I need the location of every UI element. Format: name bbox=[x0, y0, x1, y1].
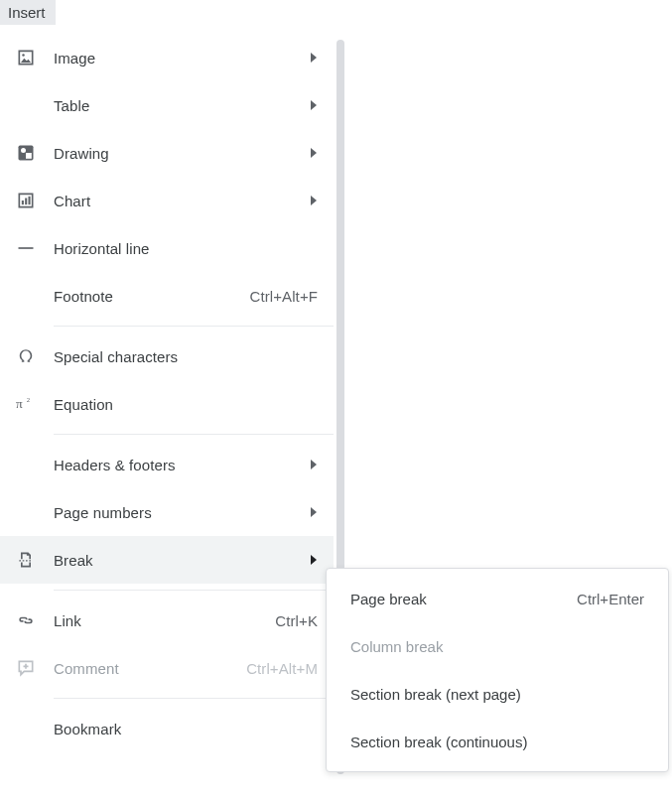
submenu-arrow-icon bbox=[306, 555, 318, 565]
bookmark-icon bbox=[16, 719, 36, 738]
insert-menu-tab[interactable]: Insert bbox=[0, 0, 56, 25]
svg-rect-7 bbox=[19, 247, 34, 249]
equation-icon: π2 bbox=[16, 394, 36, 414]
drawing-icon bbox=[16, 143, 36, 163]
svg-point-2 bbox=[21, 148, 26, 153]
svg-point-0 bbox=[22, 54, 25, 57]
image-icon bbox=[16, 48, 36, 67]
submenu-arrow-icon bbox=[306, 148, 318, 158]
menu-shortcut: Ctrl+K bbox=[275, 612, 318, 629]
menu-label: Drawing bbox=[54, 145, 296, 162]
menu-label: Image bbox=[54, 50, 296, 67]
submenu-arrow-icon bbox=[306, 100, 318, 110]
menu-item-horizontal-line[interactable]: Horizontal line bbox=[0, 224, 334, 272]
menu-item-bookmark[interactable]: Bookmark bbox=[0, 705, 334, 752]
svg-rect-3 bbox=[26, 153, 32, 159]
menu-label: Footnote bbox=[54, 288, 249, 305]
headers-footers-icon bbox=[16, 455, 36, 474]
footnote-icon bbox=[16, 286, 36, 306]
menu-item-special-characters[interactable]: Special characters bbox=[0, 333, 334, 380]
menu-label: Special characters bbox=[54, 348, 318, 365]
menu-item-image[interactable]: Image bbox=[0, 34, 334, 81]
link-icon bbox=[16, 610, 36, 630]
table-icon bbox=[16, 95, 36, 115]
menu-label: Chart bbox=[54, 193, 296, 209]
submenu-arrow-icon bbox=[306, 507, 318, 517]
submenu-arrow-icon bbox=[306, 460, 318, 469]
submenu-item-page-break[interactable]: Page break Ctrl+Enter bbox=[327, 575, 668, 622]
menu-shortcut: Ctrl+Alt+M bbox=[246, 660, 318, 677]
menu-label: Break bbox=[54, 552, 296, 569]
omega-icon bbox=[16, 346, 36, 366]
submenu-arrow-icon bbox=[306, 196, 318, 205]
menu-item-break[interactable]: Break bbox=[0, 536, 334, 584]
svg-text:π: π bbox=[16, 396, 23, 411]
chart-icon bbox=[16, 191, 36, 210]
svg-rect-5 bbox=[25, 199, 27, 205]
svg-text:2: 2 bbox=[27, 396, 30, 403]
insert-dropdown: Image Table Drawing Chart Horizo bbox=[0, 28, 334, 758]
menu-item-page-numbers[interactable]: Page numbers bbox=[0, 488, 334, 536]
menu-shortcut: Ctrl+Alt+F bbox=[249, 288, 318, 305]
submenu-item-section-continuous[interactable]: Section break (continuous) bbox=[327, 718, 668, 765]
horizontal-line-icon bbox=[16, 238, 36, 258]
menu-label: Link bbox=[54, 612, 275, 629]
submenu-label: Page break bbox=[350, 591, 577, 607]
break-submenu: Page break Ctrl+Enter Column break Secti… bbox=[326, 568, 669, 772]
page-numbers-icon bbox=[16, 502, 36, 522]
menu-item-drawing[interactable]: Drawing bbox=[0, 129, 334, 177]
menu-label: Comment bbox=[54, 660, 246, 677]
submenu-item-section-next-page[interactable]: Section break (next page) bbox=[327, 670, 668, 718]
menu-label: Bookmark bbox=[54, 721, 318, 737]
menu-label: Table bbox=[54, 97, 296, 114]
menu-item-equation[interactable]: π2 Equation bbox=[0, 380, 334, 428]
menu-item-table[interactable]: Table bbox=[0, 81, 334, 129]
menu-divider bbox=[54, 434, 334, 435]
menu-item-headers-footers[interactable]: Headers & footers bbox=[0, 441, 334, 488]
submenu-label: Section break (continuous) bbox=[350, 734, 644, 750]
menu-divider bbox=[54, 698, 334, 699]
submenu-shortcut: Ctrl+Enter bbox=[577, 591, 644, 607]
menu-label: Headers & footers bbox=[54, 457, 296, 473]
submenu-arrow-icon bbox=[306, 53, 318, 63]
menu-divider bbox=[54, 326, 334, 327]
menu-item-link[interactable]: Link Ctrl+K bbox=[0, 597, 334, 644]
menu-item-comment: Comment Ctrl+Alt+M bbox=[0, 644, 334, 692]
submenu-item-column-break: Column break bbox=[327, 622, 668, 670]
submenu-label: Column break bbox=[350, 638, 644, 655]
page-break-icon bbox=[16, 550, 36, 570]
menu-item-footnote[interactable]: Footnote Ctrl+Alt+F bbox=[0, 272, 334, 320]
menu-label: Page numbers bbox=[54, 504, 296, 521]
svg-rect-4 bbox=[22, 200, 24, 204]
submenu-label: Section break (next page) bbox=[350, 686, 644, 703]
comment-icon bbox=[16, 658, 36, 678]
svg-rect-6 bbox=[29, 197, 31, 204]
menu-label: Equation bbox=[54, 396, 318, 413]
menu-divider bbox=[54, 590, 334, 591]
menu-item-chart[interactable]: Chart bbox=[0, 177, 334, 224]
menu-label: Horizontal line bbox=[54, 240, 318, 257]
